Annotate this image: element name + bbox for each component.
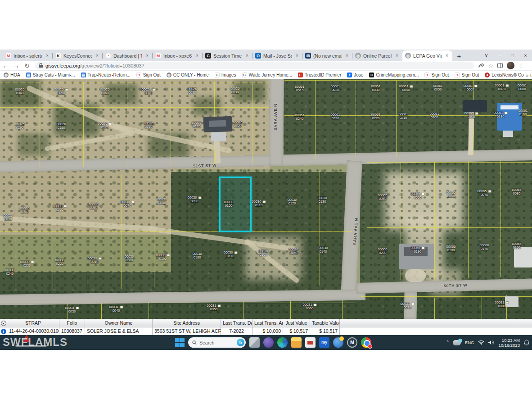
wifi-icon[interactable] <box>478 340 484 345</box>
aerial-parcel-map[interactable]: 0002600400002600500002600600002600700002… <box>0 79 532 319</box>
parcel-label: 000610080 <box>518 84 527 91</box>
chrome-icon[interactable] <box>361 337 371 348</box>
new-tab-button[interactable]: + <box>454 51 464 61</box>
side-panel-icon[interactable] <box>497 63 503 68</box>
share-icon[interactable] <box>478 63 484 68</box>
parcel-info-button[interactable]: i <box>1 329 6 334</box>
bookmark-sign-out[interactable]: ➔Sign Out <box>136 73 161 77</box>
table-close-cell: × <box>0 319 7 327</box>
parcel-label: 000300160 <box>259 249 268 257</box>
tab-close-icon[interactable]: × <box>244 53 250 58</box>
language-indicator[interactable]: ENG <box>465 340 474 345</box>
task-view-icon[interactable] <box>249 337 260 348</box>
pink-bookmark-icon: ➔ <box>424 73 429 77</box>
bookmark-trustedid-premier[interactable]: ETrustedID Premier <box>298 73 341 77</box>
tab-close-icon[interactable]: × <box>144 53 150 58</box>
bookmark-label: Images <box>221 73 236 77</box>
site-marker <box>31 261 34 263</box>
parcel-label: 000610220 <box>371 113 381 120</box>
phone-link-icon[interactable] <box>263 337 274 348</box>
tab-label: Session Timed Out <box>213 53 242 59</box>
tab-no-new-emails-xo[interactable]: ✉(No new emails) - xo× <box>302 50 352 61</box>
parcel-label: 000610010 <box>295 85 305 92</box>
sphere-app-icon[interactable] <box>333 337 343 348</box>
address-bar[interactable]: gissvr.leepa.org/geoview2/?folioid=10308… <box>35 62 474 69</box>
taskbar-clock[interactable]: 10:23 AM 10/16/2023 <box>498 338 520 348</box>
tab-close-icon[interactable]: × <box>444 53 450 58</box>
bookmark-cc-only-home[interactable]: ◍CC ONLY - Home <box>167 73 209 77</box>
parcel-boundary-line <box>434 298 435 319</box>
parcel-boundary-line <box>53 175 53 290</box>
bookmark-sign-out[interactable]: ➔Sign Out <box>424 73 449 77</box>
tab-lcpa-geo-view[interactable]: ◍LCPA Geo View× <box>402 50 452 61</box>
tab-inbox-solerterra66[interactable]: MInbox - solerterra66× <box>3 50 53 61</box>
toolbox-app-icon[interactable] <box>305 337 316 348</box>
site-marker <box>411 303 414 305</box>
tab-dashboard-transact[interactable]: ◔Dashboard | Transact× <box>103 50 153 61</box>
bookmark-trap-neuter-return[interactable]: ▤Trap-Neuter-Return... <box>81 73 131 77</box>
start-button[interactable] <box>175 338 185 348</box>
tab-label: KeyesConnect <box>63 53 92 59</box>
bing-chat-icon[interactable]: b <box>237 339 244 346</box>
bookmark-wade-jurney-home[interactable]: GWade Jurney Home... <box>242 73 292 77</box>
tab-search-chevron[interactable]: ∨ <box>480 52 493 58</box>
site-marker <box>167 254 170 257</box>
close-table-button[interactable]: × <box>1 321 6 326</box>
tab-mail-jose-soler-o[interactable]: OMail - Jose Soler - O× <box>252 50 302 61</box>
bookmark-jose[interactable]: fJose <box>347 73 363 77</box>
tab-close-icon[interactable]: × <box>194 53 200 58</box>
bookmark-crimemapping-com[interactable]: CCrimeMapping.com... <box>369 73 419 77</box>
bookmark-star-icon[interactable]: ☆ <box>488 63 493 69</box>
clock-date: 10/16/2023 <box>498 343 520 348</box>
profile-avatar[interactable] <box>507 62 514 69</box>
volume-icon[interactable] <box>488 340 494 345</box>
tab-inbox-xoxe66-gma[interactable]: MInbox - xoxe66@gma× <box>153 50 203 61</box>
notification-bell-icon[interactable] <box>524 340 529 345</box>
matrix-app-icon[interactable]: M <box>347 337 357 348</box>
parcel-label: 000310030 <box>65 306 79 313</box>
minimize-button[interactable]: – <box>493 53 506 58</box>
close-window-button[interactable]: × <box>519 53 532 58</box>
bookmark-stray-cats-miami[interactable]: ▤Stray Cats - Miami-... <box>26 73 75 77</box>
back-button[interactable]: ← <box>0 62 11 69</box>
reload-button[interactable]: ↻ <box>22 62 32 69</box>
bookmarks-overflow-chevron[interactable]: » <box>524 71 530 79</box>
site-marker <box>421 247 424 249</box>
tab-close-icon[interactable]: × <box>294 53 300 58</box>
my-app-icon[interactable]: my <box>319 337 329 348</box>
parcel-boundary-line <box>286 172 286 286</box>
taskbar-search[interactable]: Search b <box>188 337 246 348</box>
tab-keyesconnect[interactable]: KKeyesConnect× <box>53 50 103 61</box>
bookmark-images[interactable]: GImages <box>215 73 236 77</box>
tab-close-icon[interactable]: × <box>344 53 350 58</box>
edge-icon[interactable] <box>277 337 288 348</box>
g-bookmark-icon: G <box>215 73 220 77</box>
column-header-strap: STRAP <box>7 319 59 327</box>
street-name-label: 51ST ST W <box>193 163 216 168</box>
tab-close-icon[interactable]: × <box>45 53 50 58</box>
pink-bookmark-icon: ➔ <box>136 73 141 77</box>
tab-label: (No new emails) - xo <box>313 53 342 59</box>
parcel-label: 000610210 <box>399 113 408 120</box>
cell-strap: 11-44-26-04-00030.0100 <box>7 327 59 336</box>
chrome-menu-icon[interactable]: ⋮ <box>518 63 524 69</box>
parcel-label: 000260050 <box>54 88 68 95</box>
forward-button[interactable]: → <box>11 62 22 69</box>
tab-close-icon[interactable]: × <box>95 53 100 58</box>
maximize-button[interactable]: □ <box>506 53 519 58</box>
tab-session-timed-out[interactable]: CSession Timed Out× <box>203 50 252 61</box>
tray-overflow-chevron[interactable]: ^ <box>446 340 449 345</box>
parcel-boundary-line <box>196 302 196 319</box>
site-marker <box>98 257 101 260</box>
house-structure <box>209 120 226 127</box>
tab-strip: MInbox - solerterra66×KKeyesConnect×◔Das… <box>0 50 532 61</box>
site-marker <box>76 307 79 309</box>
onedrive-teams-icon[interactable] <box>453 340 461 345</box>
bookmark-hoa[interactable]: ◍HOA <box>4 73 20 77</box>
site-marker <box>131 201 134 204</box>
bookmark-sign-out[interactable]: ➔Sign Out <box>455 73 479 77</box>
tab-online-parcel-inquiry[interactable]: ◍Online Parcel Inquiry× <box>352 50 402 61</box>
parcel-label: 000260130 <box>192 121 202 128</box>
tab-close-icon[interactable]: × <box>394 53 400 58</box>
file-explorer-icon[interactable] <box>291 337 302 348</box>
